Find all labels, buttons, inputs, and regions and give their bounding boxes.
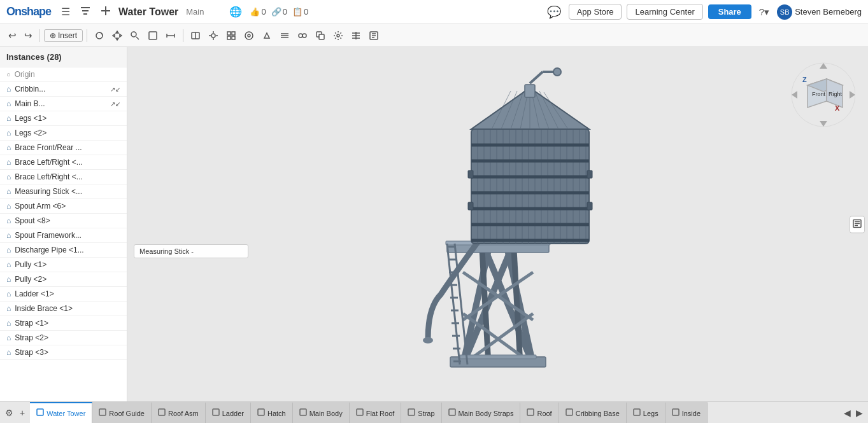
sidebar-item-brace-lr1[interactable]: ⌂ Brace Left/Right <... [0,155,127,170]
tool-display[interactable] [223,29,239,43]
app-store-button[interactable]: App Store [569,4,622,20]
svg-line-54 [447,244,460,364]
sidebar-item-legs2[interactable]: ⌂ Legs <2> [0,126,127,141]
tab-legs[interactable]: Legs [627,402,665,424]
tab-bar-scroll: Water Tower Roof Guide Roof Asm Ladder [30,402,839,424]
filter-icon[interactable] [78,4,93,20]
part-icon: ⌂ [6,172,11,181]
tab-main-body[interactable]: Main Body [293,402,350,424]
tool-rotate[interactable] [91,29,108,43]
sidebar-item-ladder[interactable]: ⌂ Ladder <1> [0,287,127,302]
part-icon: ⌂ [6,348,11,357]
onshape-logo[interactable]: Onshape [6,5,51,18]
item-label: Brace Left/Right <... [15,172,120,181]
tab-icon-ladder [212,408,220,418]
sidebar-item-strap3[interactable]: ⌂ Strap <3> [0,345,127,360]
item-label: Spout Arm <6> [15,202,120,211]
sidebar-item-inside-brace[interactable]: ⌂ Inside Brace <1> [0,302,127,316]
svg-point-30 [299,34,302,38]
svg-rect-106 [587,202,592,210]
part-icon: ⌂ [6,99,11,108]
tool-settings[interactable] [330,29,346,43]
tool-parts[interactable] [241,29,257,43]
tab-icon-legs [633,408,641,418]
canvas-area[interactable]: Measuring Stick - [127,47,868,401]
tab-icon-roof-asm [158,408,166,418]
help-button[interactable]: ?▾ [757,5,772,19]
sidebar-item-brace-fr[interactable]: ⌂ Brace Front/Rear ... [0,141,127,155]
sidebar-item-pully1[interactable]: ⌂ Pully <1> [0,258,127,272]
tab-roof[interactable]: Roof [520,402,559,424]
tab-roof-guide[interactable]: Roof Guide [92,402,152,424]
tab-hatch[interactable]: Hatch [251,402,293,424]
add-config-icon[interactable] [98,4,113,20]
svg-rect-135 [527,409,534,415]
tool-measure[interactable] [162,29,179,43]
svg-marker-7 [120,34,122,37]
sidebar-item-strap2[interactable]: ⌂ Strap <2> [0,331,127,345]
tool-section[interactable] [187,29,204,43]
learning-center-button[interactable]: Learning Center [627,4,702,20]
sidebar-item-cribbin[interactable]: ⌂ Cribbin... ↗↙ [0,82,127,97]
tool-explode[interactable] [205,29,222,43]
svg-point-25 [245,32,253,39]
undo-button[interactable]: ↩ [5,28,20,43]
tool-mates[interactable] [294,29,311,43]
tab-icon-roof-guide [99,408,106,418]
tab-ladder[interactable]: Ladder [206,402,251,424]
notes-panel-button[interactable] [850,216,865,233]
sidebar-item-brace-lr2[interactable]: ⌂ Brace Left/Right <... [0,170,127,184]
svg-marker-114 [850,91,855,99]
item-label: Cribbin... [15,85,106,94]
svg-point-34 [337,34,339,37]
link-stat: 🔗0 [271,7,287,17]
user-menu[interactable]: SB Steven Berneberg [777,4,862,20]
measuring-stick-panel: Measuring Stick - [134,244,248,258]
view-cube[interactable]: Front Right Z X [785,60,855,130]
sidebar-item-spout-arm[interactable]: ⌂ Spout Arm <6> [0,199,127,214]
hamburger-menu[interactable]: ☰ [59,4,73,19]
part-icon: ⌂ [6,319,11,328]
globe-icon[interactable]: 🌐 [227,4,245,19]
tab-flat-roof[interactable]: Flat Roof [350,402,402,424]
sidebar-item-pully2[interactable]: ⌂ Pully <2> [0,272,127,287]
tab-strap[interactable]: Strap [401,402,441,424]
tool-bill[interactable] [366,29,382,43]
tool-zoom[interactable] [127,29,143,43]
sidebar-item-measuring[interactable]: ⌂ Measuring Stick <... [0,184,127,199]
item-label: Pully <1> [15,260,120,269]
item-label: Discharge Pipe <1... [15,246,120,254]
tool-relations[interactable] [348,29,364,43]
tab-settings-button[interactable]: ⚙ [3,406,16,419]
sidebar-item-mainb[interactable]: ⌂ Main B... ↗↙ [0,97,127,111]
tool-pan[interactable] [109,29,125,43]
tab-prev-button[interactable]: ◀ [841,406,853,419]
sidebar-item-legs1[interactable]: ⌂ Legs <1> [0,111,127,126]
tool-assembly[interactable] [259,29,275,43]
sidebar-item-strap1[interactable]: ⌂ Strap <1> [0,316,127,331]
insert-button[interactable]: ⊕ Insert [44,29,83,42]
tool-animate[interactable] [276,29,293,43]
sidebar: Instances (28) ○ Origin ⌂ Cribbin... ↗↙ … [0,47,127,401]
tab-next-button[interactable]: ▶ [853,406,865,419]
redo-button[interactable]: ↪ [21,28,36,43]
tab-icon-inside [672,408,679,418]
tool-select[interactable] [145,29,161,43]
sidebar-item-spout[interactable]: ⌂ Spout <8> [0,214,127,228]
sidebar-item-discharge[interactable]: ⌂ Discharge Pipe <1... [0,243,127,258]
tool-replicate[interactable] [312,29,329,43]
tab-icon-water-tower [36,408,44,418]
chat-icon[interactable]: 💬 [544,4,564,20]
add-tab-button[interactable]: + [17,406,27,419]
sidebar-item-origin[interactable]: ○ Origin [0,67,127,82]
thumbs-up-stat: 👍0 [250,7,266,17]
sidebar-item-spout-fw[interactable]: ⌂ Spout Framework... [0,228,127,243]
svg-point-109 [553,68,561,76]
svg-rect-133 [408,409,415,415]
tab-roof-asm[interactable]: Roof Asm [152,402,206,424]
tab-main-body-straps[interactable]: Main Body Straps [442,402,521,424]
tab-water-tower[interactable]: Water Tower [30,402,92,424]
tab-cribbing-base[interactable]: Cribbing Base [559,402,627,424]
tab-inside[interactable]: Inside [665,402,708,424]
share-button[interactable]: Share [708,4,751,19]
